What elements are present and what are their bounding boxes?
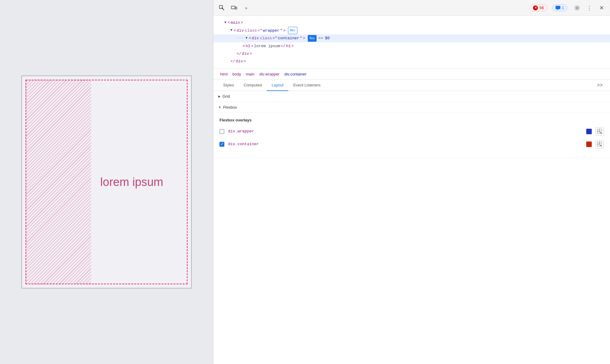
svg-rect-6 bbox=[600, 129, 602, 131]
dom-tree: ▼ <main> ▼ <div class="wrapper" > flex ·… bbox=[213, 16, 610, 69]
flexbox-overlays-title: Flexbox overlays bbox=[219, 118, 604, 122]
overlay-row-wrapper: div.wrapper bbox=[219, 127, 604, 136]
close-icon: ✕ bbox=[599, 5, 604, 11]
dom-close-wrapper-line[interactable]: </div> bbox=[213, 58, 610, 65]
wrapper-overlay-select-button[interactable] bbox=[595, 127, 604, 136]
ellipsis-indicator: ··· bbox=[237, 35, 244, 42]
comment-count: 1 bbox=[562, 5, 564, 10]
flexbox-section-content: Flexbox overlays div.wrapper bbox=[213, 113, 610, 158]
grid-section-header[interactable]: ▶ Grid bbox=[213, 91, 610, 102]
dom-container-line[interactable]: ··· ▼ <div class="container" > flex == $… bbox=[213, 34, 610, 42]
close-devtools-button[interactable]: ✕ bbox=[597, 3, 606, 13]
grid-section-label: Grid bbox=[223, 94, 230, 99]
panel-tabs: Styles Computed Layout Event Listeners >… bbox=[213, 80, 610, 91]
dom-main-line[interactable]: ▼ <main> bbox=[213, 19, 610, 26]
breadcrumb: html body main div.wrapper div.container bbox=[213, 69, 610, 80]
error-badge[interactable]: ✕ 56 bbox=[530, 4, 547, 12]
preview-lorem-text: lorem ipsum bbox=[100, 176, 163, 189]
inspect-element-button[interactable] bbox=[217, 3, 227, 13]
gear-icon bbox=[574, 5, 580, 11]
error-count: 56 bbox=[539, 5, 544, 10]
flexbox-arrow-icon: ▼ bbox=[218, 106, 221, 109]
tree-arrow: ▼ bbox=[224, 20, 226, 26]
svg-rect-3 bbox=[556, 6, 560, 9]
overlay-row-container: div.container bbox=[219, 140, 604, 149]
flex-badge-wrapper: flex bbox=[288, 27, 297, 34]
breadcrumb-wrapper[interactable]: div.wrapper bbox=[258, 71, 281, 77]
wrapper-overlay-checkbox[interactable] bbox=[219, 129, 224, 134]
layout-panel: ▶ Grid ▼ Flexbox Flexbox overlays div.wr… bbox=[213, 91, 610, 364]
more-options-button[interactable]: ⋮ bbox=[584, 3, 594, 13]
tab-layout[interactable]: Layout bbox=[267, 80, 288, 91]
svg-rect-1 bbox=[231, 6, 235, 9]
tab-event-listeners[interactable]: Event Listeners bbox=[288, 80, 325, 91]
settings-button[interactable] bbox=[572, 3, 582, 13]
tree-arrow: ▼ bbox=[245, 35, 247, 41]
devtools-panel: » ✕ 56 1 ⋮ ✕ bbox=[213, 0, 610, 364]
svg-rect-7 bbox=[597, 131, 599, 134]
svg-rect-8 bbox=[597, 142, 599, 144]
error-icon: ✕ bbox=[533, 5, 538, 10]
more-tools-button[interactable]: » bbox=[241, 3, 251, 13]
dom-h1-line[interactable]: <h1>lorem ipsum</h1> bbox=[213, 42, 610, 50]
flexbox-section-header[interactable]: ▼ Flexbox bbox=[213, 102, 610, 113]
container-color-swatch[interactable] bbox=[586, 142, 592, 147]
browser-preview: lorem ipsum bbox=[0, 0, 213, 364]
dom-wrapper-line[interactable]: ▼ <div class="wrapper" > flex bbox=[213, 26, 610, 34]
svg-rect-2 bbox=[235, 7, 237, 9]
ellipsis-icon: ⋮ bbox=[586, 4, 593, 12]
grid-arrow-icon: ▶ bbox=[218, 95, 221, 98]
container-overlay-select-button[interactable] bbox=[595, 140, 604, 149]
wrapper-overlay-label: div.wrapper bbox=[228, 129, 583, 134]
svg-rect-10 bbox=[597, 144, 599, 146]
breadcrumb-main[interactable]: main bbox=[244, 71, 256, 77]
container-overlay-checkbox[interactable] bbox=[219, 142, 224, 147]
breadcrumb-body[interactable]: body bbox=[231, 71, 243, 77]
svg-rect-9 bbox=[600, 142, 602, 144]
dom-close-container-line[interactable]: </div> bbox=[213, 50, 610, 58]
devtools-toolbar: » ✕ 56 1 ⋮ ✕ bbox=[213, 0, 610, 16]
breadcrumb-html[interactable]: html bbox=[218, 71, 230, 77]
tabs-more-button[interactable]: >> bbox=[594, 80, 605, 90]
preview-frame: lorem ipsum bbox=[21, 75, 192, 289]
chevron-right-icon: » bbox=[245, 5, 247, 10]
tab-styles[interactable]: Styles bbox=[218, 80, 239, 91]
flex-badge-container: flex bbox=[308, 35, 317, 42]
comment-icon bbox=[556, 6, 560, 10]
flexbox-section-label: Flexbox bbox=[223, 105, 237, 110]
device-toolbar-button[interactable] bbox=[229, 3, 239, 13]
breadcrumb-container[interactable]: div.container bbox=[282, 71, 308, 77]
svg-rect-5 bbox=[597, 129, 599, 131]
container-overlay-label: div.container bbox=[228, 142, 583, 146]
select-overlay-icon bbox=[597, 142, 602, 147]
svg-point-4 bbox=[576, 7, 578, 9]
wrapper-color-swatch[interactable] bbox=[586, 129, 592, 134]
tree-arrow: ▼ bbox=[230, 27, 233, 33]
comment-badge[interactable]: 1 bbox=[552, 4, 567, 11]
select-overlay-icon bbox=[597, 129, 602, 134]
tab-computed[interactable]: Computed bbox=[239, 80, 267, 91]
